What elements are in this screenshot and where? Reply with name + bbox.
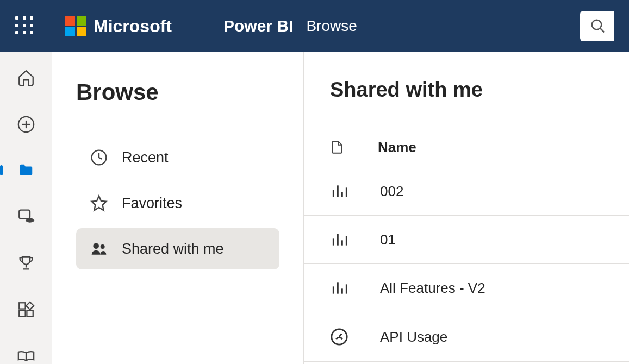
book-icon [17,350,35,361]
left-rail [0,52,52,364]
trophy-icon [17,254,35,272]
report-icon [330,231,348,248]
report-icon [330,279,348,297]
browse-panel: Browse Recent Favorites Shared with me [52,52,304,364]
svg-line-1 [600,28,605,33]
app-header: Microsoft Power BI Browse [0,0,629,52]
browse-item-recent[interactable]: Recent [76,137,279,178]
content-area: Shared with me Name 002 [304,52,629,364]
rail-learn[interactable] [0,347,52,364]
microsoft-brand-text: Microsoft [94,16,172,36]
svg-point-16 [101,244,105,249]
app-launcher-button[interactable] [15,16,35,36]
rail-apps[interactable] [0,300,52,319]
app-name[interactable]: Power BI [223,17,293,35]
table-row[interactable]: All Features - V2 [304,264,629,312]
svg-rect-9 [19,303,25,309]
star-icon [90,194,108,212]
browse-item-label: Favorites [122,195,182,212]
apps-icon [17,300,35,319]
row-name: 002 [380,183,403,200]
file-icon [330,139,344,156]
row-name: All Features - V2 [380,280,485,297]
plus-circle-icon [17,115,35,134]
clock-icon [90,149,108,166]
header-divider [211,12,211,40]
microsoft-brand[interactable]: Microsoft [65,16,172,36]
table-row[interactable]: API Usage [304,312,629,362]
browse-item-label: Shared with me [122,241,224,258]
table-header: Name [304,128,629,167]
svg-line-30 [339,334,341,337]
browse-item-label: Recent [122,149,169,166]
svg-point-0 [592,20,602,30]
browse-item-favorites[interactable]: Favorites [76,183,279,224]
browse-panel-title: Browse [76,79,279,105]
search-icon [590,18,606,34]
home-icon [17,68,35,87]
svg-rect-5 [19,210,30,219]
rail-metrics[interactable] [0,254,52,272]
svg-rect-11 [27,310,33,316]
svg-point-15 [93,243,99,249]
svg-rect-10 [19,310,25,316]
folder-icon [17,162,35,179]
column-header-name[interactable]: Name [378,139,416,156]
rail-browse[interactable] [0,162,52,179]
browse-item-shared[interactable]: Shared with me [76,228,279,269]
content-title: Shared with me [304,78,629,102]
breadcrumb-context: Browse [306,17,357,35]
table-row[interactable]: 002 [304,167,629,216]
report-icon [330,183,348,200]
dashboard-icon [330,328,348,346]
people-icon [90,240,108,258]
rail-home[interactable] [0,68,52,87]
rail-create[interactable] [0,115,52,134]
table-row[interactable]: 01 [304,216,629,264]
row-name: 01 [380,231,396,248]
microsoft-logo-icon [65,16,86,36]
svg-marker-14 [92,196,107,211]
data-hub-icon [17,207,35,225]
search-button[interactable] [580,11,614,41]
row-name: API Usage [380,329,447,346]
rail-data-hub[interactable] [0,207,52,225]
